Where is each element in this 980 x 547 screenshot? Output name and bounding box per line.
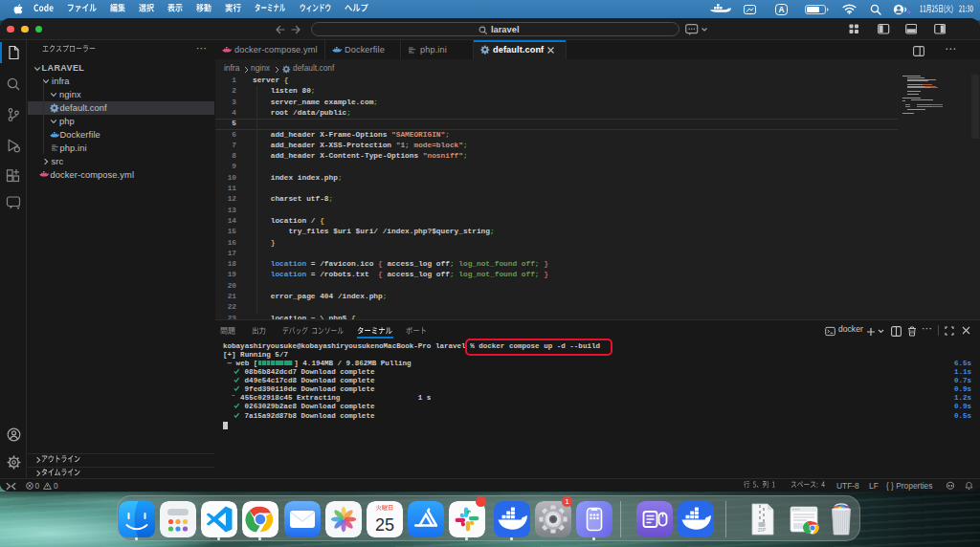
- svg-text:ZIP: ZIP: [758, 527, 767, 533]
- svg-text:A: A: [778, 5, 784, 14]
- svg-text:25: 25: [375, 515, 394, 535]
